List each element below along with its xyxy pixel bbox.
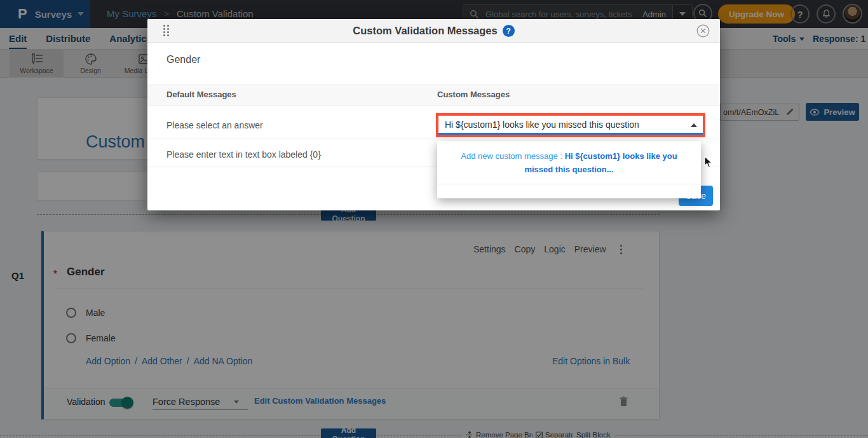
modal-help-icon[interactable]: ? [503,25,515,37]
modal-title: Custom Validation Messages [353,25,497,37]
chevron-up-icon [691,123,697,127]
add-new-custom-message-prefix: Add new custom message : [461,151,564,161]
modal-title-row: Custom Validation Messages ? [147,19,720,43]
add-new-custom-message-option[interactable]: Add new custom message : Hi ${custom1} l… [437,141,701,184]
close-icon[interactable] [696,24,710,38]
custom-message-dropdown-panel: Add new custom message : Hi ${custom1} l… [437,141,701,198]
custom-message-select-highlighted[interactable]: Hi ${custom1} looks like you missed this… [436,113,705,137]
column-default-messages: Default Messages [166,90,236,99]
dropdown-empty-row[interactable] [437,184,701,198]
column-custom-messages: Custom Messages [437,90,510,99]
default-message-cell: Please select an answer [166,120,263,130]
app-page: P Surveys My Surveys > Custom Validation… [0,0,868,438]
custom-message-select-value: Hi ${custom1} looks like you missed this… [438,116,703,135]
mouse-cursor [704,156,714,168]
default-message-cell: Please enter text in text box labeled {0… [166,149,321,160]
modal-question-title: Gender [166,54,200,65]
